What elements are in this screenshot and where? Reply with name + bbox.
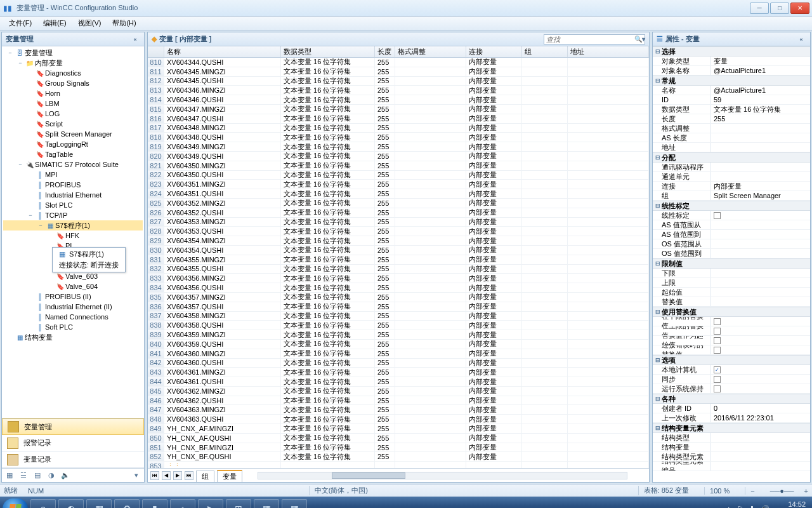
property-row[interactable]: 结构类型元素编号 xyxy=(653,462,810,471)
table-row[interactable]: 830XV604354.QUSHI文本变量 16 位字符集255内部变量 xyxy=(148,246,649,255)
property-value[interactable] xyxy=(711,220,810,229)
property-row[interactable]: 连接错误时的替换值 xyxy=(653,345,810,355)
toolbar-icon[interactable]: ☱ xyxy=(18,471,29,481)
table-row[interactable]: 817XV604348.MINGZI文本变量 16 位字符集255内部变量 xyxy=(148,124,649,133)
property-value[interactable] xyxy=(711,172,810,181)
property-row[interactable]: 通讯驱动程序 xyxy=(653,163,810,172)
table-row[interactable]: 819XV604349.MINGZI文本变量 16 位字符集255内部变量 xyxy=(148,142,649,152)
tree-node[interactable]: ║PROFIBUS (II) xyxy=(3,291,143,302)
table-row[interactable]: 833XV604356.MINGZI文本变量 16 位字符集255内部变量 xyxy=(148,274,649,283)
nav-first-icon[interactable]: ⏮ xyxy=(150,471,159,480)
property-value[interactable] xyxy=(711,462,810,471)
property-value[interactable] xyxy=(711,317,810,326)
tree-node[interactable]: ║Industrial Ethernet (II) xyxy=(3,302,143,312)
property-group-header[interactable]: ⊟线性标定 xyxy=(653,201,810,211)
system-tray[interactable]: ▲ ⚐ 🖧 🔊 14:52 2017/3/13 xyxy=(721,500,809,508)
taskbar-item[interactable]: ⚙ xyxy=(114,499,140,508)
property-group-header[interactable]: ⊟限制值 xyxy=(653,258,810,269)
tree-node[interactable]: 🔖Valve_603 xyxy=(3,271,143,281)
menu-item[interactable]: 帮助(H) xyxy=(107,17,141,29)
property-row[interactable]: 线性标定 xyxy=(653,211,810,220)
property-value[interactable] xyxy=(711,230,810,239)
property-value[interactable]: 0 xyxy=(711,404,810,413)
property-value[interactable] xyxy=(711,336,810,345)
tree-twisty-icon[interactable]: − xyxy=(16,161,25,168)
table-row[interactable]: 846XV604362.QUSHI文本变量 16 位字符集255内部变量 xyxy=(148,396,649,406)
tree-node[interactable]: 🔖Diagnostics xyxy=(3,68,143,78)
table-row[interactable]: 849YH_CNX_AF.MINGZI文本变量 16 位字符集255内部变量 xyxy=(148,424,649,434)
property-value[interactable] xyxy=(711,288,810,297)
property-value[interactable]: 内部变量 xyxy=(711,182,810,190)
property-group-header[interactable]: ⊟各种 xyxy=(653,394,810,404)
search-box[interactable]: 🔍 ▾ xyxy=(544,34,645,44)
property-value[interactable]: @ActualPicture1 xyxy=(711,86,810,95)
checkbox[interactable] xyxy=(714,318,721,325)
tray-network-icon[interactable]: 🖧 xyxy=(749,505,756,508)
tree-node[interactable]: 🔖Valve_604 xyxy=(3,281,143,291)
sub-nav-item[interactable]: 报警记录 xyxy=(2,435,144,451)
column-header[interactable]: 组 xyxy=(522,46,568,57)
tree-node[interactable]: 🔖Script xyxy=(3,119,143,129)
property-value[interactable] xyxy=(711,433,810,442)
property-row[interactable]: 长度255 xyxy=(653,114,810,124)
property-value[interactable]: Split Screen Manager xyxy=(711,191,810,200)
property-group-header[interactable]: ⊟结构变量元素 xyxy=(653,423,810,433)
maximize-button[interactable]: □ xyxy=(770,3,789,14)
property-row[interactable]: AS 值范围从 xyxy=(653,220,810,230)
tree-node[interactable]: 🔖LOG xyxy=(3,109,143,119)
tree-twisty-icon[interactable]: − xyxy=(36,222,45,229)
property-value[interactable] xyxy=(711,443,810,451)
table-row[interactable]: 814XV604346.QUSHI文本变量 16 位字符集255内部变量 xyxy=(148,95,649,105)
property-value[interactable] xyxy=(711,375,810,384)
group-twisty-icon[interactable]: ⊟ xyxy=(654,203,662,209)
table-row[interactable]: 820XV604349.QUSHI文本变量 16 位字符集255内部变量 xyxy=(148,152,649,161)
property-group-header[interactable]: ⊟选择 xyxy=(653,46,810,57)
property-value[interactable] xyxy=(711,297,810,306)
tree-twisty-icon[interactable]: − xyxy=(16,60,25,66)
zoom-slider[interactable]: ──●── xyxy=(770,487,794,495)
nav-next-icon[interactable]: ▶ xyxy=(173,471,182,480)
minimize-button[interactable]: ─ xyxy=(750,3,769,14)
property-group-header[interactable]: ⊟分配 xyxy=(653,152,810,163)
nav-prev-icon[interactable]: ◀ xyxy=(162,471,171,480)
column-header[interactable]: 地址 xyxy=(568,46,649,57)
property-row[interactable]: 连接内部变量 xyxy=(653,182,810,191)
property-value[interactable]: 文本变量 16 位字符集 xyxy=(711,105,810,114)
table-row[interactable]: 838XV604358.QUSHI文本变量 16 位字符集255内部变量 xyxy=(148,321,649,330)
table-row[interactable]: 844XV604361.QUSHI文本变量 16 位字符集255内部变量 xyxy=(148,377,649,387)
tree-node[interactable]: 🔖LBM xyxy=(3,98,143,109)
checkbox[interactable] xyxy=(714,376,721,383)
table-row[interactable]: 826XV604352.QUSHI文本变量 16 位字符集255内部变量 xyxy=(148,208,649,218)
property-group-header[interactable]: ⊟选项 xyxy=(653,355,810,365)
property-row[interactable]: 替换值 xyxy=(653,297,810,307)
property-row[interactable]: AS 值范围到 xyxy=(653,230,810,239)
table-row[interactable]: 829XV604354.MINGZI文本变量 16 位字符集255内部变量 xyxy=(148,236,649,246)
property-row[interactable]: 结构类型 xyxy=(653,433,810,443)
property-value[interactable]: @ActualPicture1 xyxy=(711,66,810,75)
table-row[interactable]: 836XV604357.QUSHI文本变量 16 位字符集255内部变量 xyxy=(148,302,649,312)
group-twisty-icon[interactable]: ⊟ xyxy=(654,309,662,315)
start-button[interactable] xyxy=(3,498,28,508)
table-row[interactable]: 812XV604345.QUSHI文本变量 16 位字符集255内部变量 xyxy=(148,77,649,86)
taskbar-item[interactable]: ▦ xyxy=(86,499,112,508)
property-value[interactable] xyxy=(711,384,810,393)
taskbar-item[interactable]: e xyxy=(30,499,56,508)
checkbox[interactable] xyxy=(714,212,721,219)
property-value[interactable]: ✓ xyxy=(711,365,810,374)
property-group-header[interactable]: ⊟常规 xyxy=(653,76,810,86)
property-row[interactable]: 运行系统保持 xyxy=(653,384,810,394)
property-value[interactable] xyxy=(711,211,810,220)
sub-nav-item[interactable]: 变量记录 xyxy=(2,451,144,468)
zoom-out-icon[interactable]: − xyxy=(745,487,759,495)
property-row[interactable]: OS 值范围从 xyxy=(653,239,810,249)
clock[interactable]: 14:52 2017/3/13 xyxy=(775,500,806,508)
table-row[interactable]: 811XV604345.MINGZI文本变量 16 位字符集255内部变量 xyxy=(148,67,649,77)
checkbox[interactable] xyxy=(714,385,721,392)
table-row[interactable]: 818XV604348.QUSHI文本变量 16 位字符集255内部变量 xyxy=(148,133,649,142)
table-row[interactable]: 828XV604353.QUSHI文本变量 16 位字符集255内部变量 xyxy=(148,227,649,236)
tree-node[interactable]: ║PROFIBUS xyxy=(3,180,143,190)
menu-item[interactable]: 视图(V) xyxy=(73,17,107,29)
taskbar-item[interactable]: ▮ xyxy=(142,499,167,508)
table-row[interactable]: 832XV604355.QUSHI文本变量 16 位字符集255内部变量 xyxy=(148,265,649,274)
column-header[interactable]: 长度 xyxy=(375,46,395,57)
